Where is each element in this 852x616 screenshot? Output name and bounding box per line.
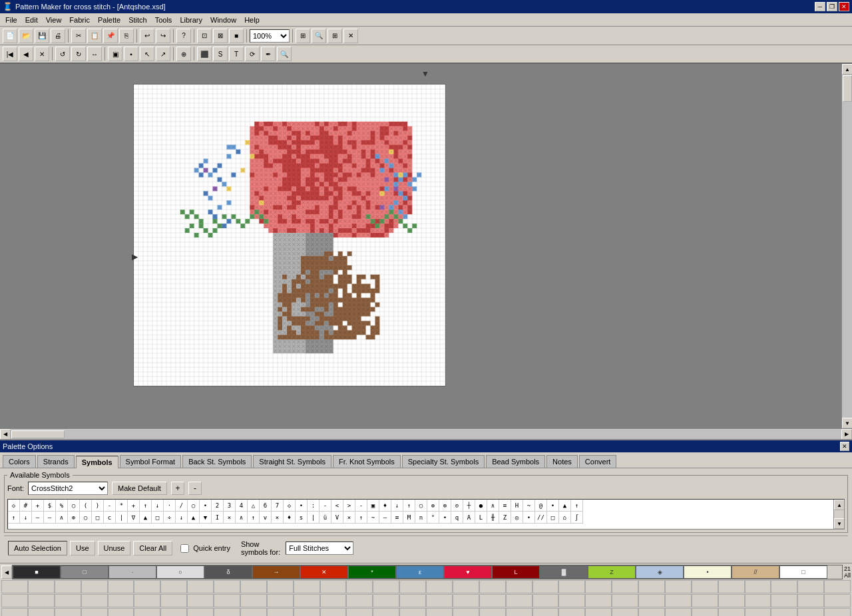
swatch-empty-cell[interactable] bbox=[399, 580, 426, 593]
swatch-cell-16[interactable]: □ bbox=[779, 565, 827, 579]
symbol-cell[interactable]: ╫ bbox=[487, 512, 499, 524]
swatch-empty-cell[interactable] bbox=[453, 580, 479, 593]
swatch-empty-cell[interactable] bbox=[55, 580, 81, 593]
swatch-empty-cell[interactable] bbox=[665, 608, 692, 616]
quick-entry-checkbox[interactable] bbox=[180, 544, 189, 553]
clear-all-button[interactable]: Clear All bbox=[133, 541, 172, 555]
symbol-cell[interactable]: ∧ bbox=[236, 512, 248, 524]
hscroll-right-button[interactable]: ▶ bbox=[841, 429, 852, 440]
copy-button[interactable]: 📋 bbox=[87, 29, 102, 43]
swatch-empty-cell[interactable] bbox=[294, 580, 320, 593]
swatch-nav-right[interactable]: 21 All bbox=[844, 565, 851, 579]
symbol-cell[interactable]: — bbox=[379, 512, 391, 524]
view-fit-button[interactable]: ⊞ bbox=[296, 29, 310, 43]
menu-item-library[interactable]: Library bbox=[176, 15, 206, 25]
deselect-button[interactable]: ▪ bbox=[124, 47, 138, 61]
symbol-cell[interactable]: I bbox=[212, 512, 224, 524]
menu-item-palette[interactable]: Palette bbox=[94, 15, 124, 25]
swatch-empty-cell[interactable] bbox=[426, 580, 453, 593]
swatch-cell-9[interactable]: ♥ bbox=[444, 565, 492, 579]
symbol-cell[interactable]: 3 bbox=[224, 500, 236, 512]
cut-button[interactable]: ✂ bbox=[71, 29, 86, 43]
menu-item-stitch[interactable]: Stitch bbox=[124, 15, 151, 25]
grid-remove-button[interactable]: ✕ bbox=[343, 29, 358, 43]
zoom-tool-button[interactable]: 🔍 bbox=[277, 47, 292, 61]
symbol-cell[interactable]: M bbox=[403, 512, 415, 524]
swatch-empty-cell[interactable] bbox=[692, 580, 718, 593]
swatch-all[interactable]: All bbox=[844, 572, 851, 579]
redo-button[interactable]: ↪ bbox=[156, 29, 170, 43]
swatch-empty-cell[interactable] bbox=[399, 594, 426, 607]
swatch-empty-cell[interactable] bbox=[81, 594, 108, 607]
sym-scroll-down[interactable]: ▼ bbox=[834, 518, 845, 529]
symbol-cell[interactable]: □ bbox=[92, 512, 104, 524]
swatch-empty-cell[interactable] bbox=[28, 608, 55, 616]
swatch-empty-cell[interactable] bbox=[638, 594, 665, 607]
symbol-cell[interactable]: ↓ bbox=[391, 500, 403, 512]
symbol-cell[interactable]: • bbox=[200, 500, 212, 512]
go-forward-button[interactable]: ✕ bbox=[35, 47, 49, 61]
go-back-button[interactable]: ◀ bbox=[19, 47, 33, 61]
swatch-empty-cell[interactable] bbox=[373, 580, 399, 593]
scroll-thumb[interactable] bbox=[843, 75, 852, 102]
text-button[interactable]: T bbox=[229, 47, 244, 61]
fill-button[interactable]: ⬛ bbox=[197, 47, 212, 61]
swatch-empty-cell[interactable] bbox=[824, 608, 851, 616]
swatch-empty-cell[interactable] bbox=[426, 594, 453, 607]
select-fill-button[interactable]: ⊠ bbox=[213, 29, 228, 43]
palette-tab-notes[interactable]: Notes bbox=[546, 455, 578, 468]
swatch-empty-cell[interactable] bbox=[1, 608, 28, 616]
swatch-empty-cell[interactable] bbox=[532, 608, 559, 616]
swatch-empty-cell[interactable] bbox=[506, 580, 532, 593]
symbol-cell[interactable]: ↑ bbox=[403, 500, 415, 512]
menu-item-tools[interactable]: Tools bbox=[151, 15, 176, 25]
save-button[interactable]: 💾 bbox=[35, 29, 49, 43]
symbol-cell[interactable]: 2 bbox=[212, 500, 224, 512]
swatch-empty-cell[interactable] bbox=[160, 580, 187, 593]
swatch-empty-cell[interactable] bbox=[824, 594, 851, 607]
symbol-cell[interactable]: △ bbox=[248, 500, 260, 512]
swatch-empty-cell[interactable] bbox=[665, 594, 692, 607]
swatch-empty-cell[interactable] bbox=[612, 594, 638, 607]
symbol-cell[interactable]: / bbox=[176, 500, 188, 512]
symbol-cell[interactable]: ● bbox=[475, 500, 487, 512]
symbol-cell[interactable]: × bbox=[343, 512, 355, 524]
symbol-cell[interactable]: - bbox=[355, 500, 367, 512]
swatch-empty-cell[interactable] bbox=[346, 608, 373, 616]
swatch-empty-cell[interactable] bbox=[134, 608, 160, 616]
menu-item-file[interactable]: File bbox=[1, 15, 21, 25]
symbol-cell[interactable]: ▼ bbox=[200, 512, 212, 524]
stitch-canvas[interactable] bbox=[134, 84, 445, 386]
menu-item-window[interactable]: Window bbox=[206, 15, 240, 25]
swatch-empty-cell[interactable] bbox=[320, 608, 347, 616]
swatch-cell-0[interactable]: ■ bbox=[13, 565, 61, 579]
swatch-empty-cell[interactable] bbox=[55, 608, 81, 616]
symbol-cell[interactable]: • bbox=[439, 512, 451, 524]
swatch-empty-cell[interactable] bbox=[692, 594, 718, 607]
symbol-cell[interactable]: H bbox=[511, 500, 523, 512]
symbol-cell[interactable]: ↓ bbox=[176, 512, 188, 524]
symbol-cell[interactable]: # bbox=[20, 500, 32, 512]
swatch-empty-cell[interactable] bbox=[797, 580, 824, 593]
swatch-empty-cell[interactable] bbox=[240, 608, 267, 616]
make-default-button[interactable]: Make Default bbox=[112, 482, 167, 495]
swatch-empty-cell[interactable] bbox=[692, 608, 718, 616]
swatch-cell-10[interactable]: L bbox=[492, 565, 540, 579]
swatch-empty-cell[interactable] bbox=[240, 580, 267, 593]
swatch-empty-cell[interactable] bbox=[824, 580, 851, 593]
swatch-empty-cell[interactable] bbox=[267, 608, 294, 616]
hscroll-track[interactable] bbox=[11, 430, 841, 439]
rotate-ccw-button[interactable]: ↺ bbox=[55, 47, 70, 61]
menu-item-help[interactable]: Help bbox=[240, 15, 264, 25]
symbol-cell[interactable]: ~ bbox=[523, 500, 535, 512]
swatch-empty-cell[interactable] bbox=[479, 608, 506, 616]
swatch-empty-cell[interactable] bbox=[294, 594, 320, 607]
swatch-empty-cell[interactable] bbox=[160, 608, 187, 616]
symbol-cell[interactable]: × bbox=[224, 512, 236, 524]
swatch-empty-cell[interactable] bbox=[718, 608, 745, 616]
hscroll-left-button[interactable]: ◀ bbox=[0, 429, 11, 440]
symbol-cell[interactable]: $ bbox=[44, 500, 56, 512]
swatch-empty-cell[interactable] bbox=[214, 594, 240, 607]
swatch-empty-cell[interactable] bbox=[108, 594, 134, 607]
symbol-cell[interactable]: L bbox=[475, 512, 487, 524]
